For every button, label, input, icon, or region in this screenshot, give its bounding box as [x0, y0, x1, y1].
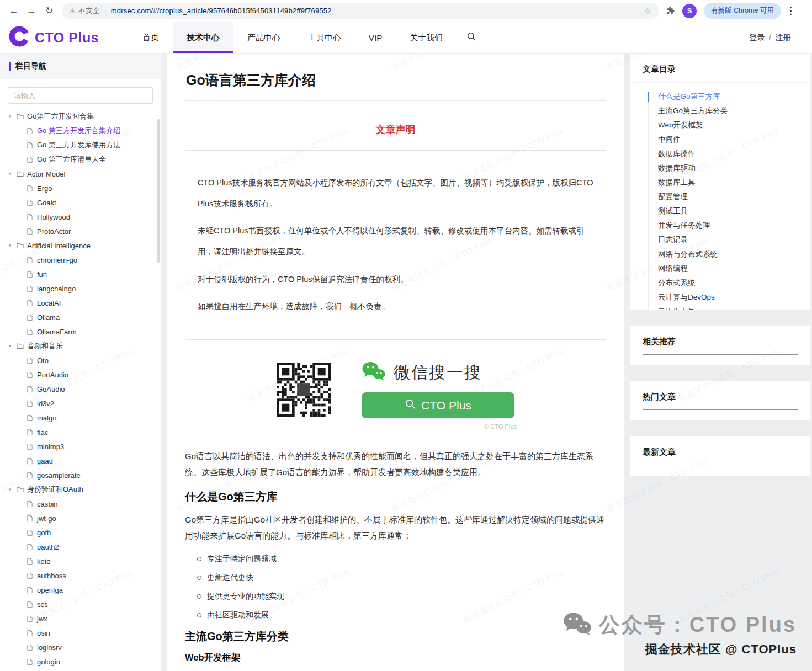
tree-item[interactable]: goth — [0, 525, 161, 540]
tree-item[interactable]: PortAudio — [0, 368, 161, 382]
tree-group-label: 音频和音乐 — [27, 341, 63, 351]
extensions-icon[interactable] — [666, 6, 675, 15]
tree-group-2[interactable]: ▾Artificial Intelligence — [0, 238, 161, 253]
nav-item-2[interactable]: 产品中心 — [233, 22, 294, 53]
header-search-button[interactable] — [457, 22, 486, 53]
tree-item[interactable]: chromem-go — [0, 253, 161, 267]
tree-item-label: authboss — [37, 572, 66, 580]
toc-item[interactable]: 数据库工具 — [630, 175, 810, 190]
nav-item-3[interactable]: 工具中心 — [294, 22, 355, 53]
security-label: 不安全 — [78, 6, 100, 16]
tree-item-label: PortAudio — [37, 371, 68, 379]
tree-item[interactable]: oauth2 — [0, 540, 161, 554]
tree-item[interactable]: minimp3 — [0, 439, 161, 454]
tree-item[interactable]: gosamplerate — [0, 468, 161, 482]
tree-item-label: Go 第三方开发库合集介绍 — [37, 126, 120, 136]
toc-item[interactable]: 分布式系统 — [630, 276, 810, 290]
nav-item-4[interactable]: VIP — [355, 22, 396, 53]
register-link[interactable]: 注册 — [775, 33, 791, 43]
search-icon — [405, 398, 416, 412]
back-button[interactable]: ← — [6, 3, 22, 19]
refresh-button[interactable]: ↻ — [41, 3, 57, 19]
tree-item[interactable]: loginsrv — [0, 640, 161, 654]
toc-item[interactable]: 配置管理 — [630, 190, 810, 204]
file-icon — [26, 587, 37, 594]
sidebar-search-input[interactable] — [8, 87, 153, 104]
file-icon — [26, 630, 37, 637]
tree-item[interactable]: langchaingo — [0, 281, 161, 296]
forward-button[interactable]: → — [23, 3, 40, 19]
tree-item[interactable]: Go 第三方库清单大全 — [0, 152, 161, 167]
toc-item[interactable]: 数据库驱动 — [630, 161, 810, 175]
toc-item[interactable]: 中间件 — [630, 132, 810, 147]
toc-item[interactable]: 云原生工具 — [630, 305, 810, 310]
toc-item[interactable]: 日志记录 — [630, 233, 810, 247]
related-title: 相关推荐 — [643, 337, 798, 355]
tree-item[interactable]: Ollama — [0, 310, 161, 324]
tree-item[interactable]: authboss — [0, 568, 161, 583]
toc-card: 文章目录 什么是Go第三方库主流Go第三方库分类Web开发框架中间件数据库操作数… — [630, 53, 810, 310]
tree-item-label: oauth2 — [37, 543, 59, 551]
tree-group-1[interactable]: ▾Actor Model — [0, 167, 161, 181]
tree-item[interactable]: gologin — [0, 654, 161, 669]
tree-group-4[interactable]: ▾身份验证和OAuth — [0, 482, 161, 497]
toc-item[interactable]: 测试工具 — [630, 204, 810, 219]
browser-menu-icon[interactable]: ⋮ — [786, 5, 795, 17]
toc-item[interactable]: Web开发框架 — [630, 118, 810, 132]
profile-avatar[interactable]: S — [682, 4, 697, 18]
toc-item[interactable]: 数据库操作 — [630, 147, 810, 161]
tree-item[interactable]: Goakt — [0, 195, 161, 210]
bookmark-star-icon[interactable]: ☆ — [644, 6, 651, 16]
nav-item-1[interactable]: 技术中心 — [173, 22, 233, 53]
toc-item[interactable]: 网络与分布式系统 — [630, 247, 810, 262]
address-bar[interactable]: ⚠ 不安全 mdrsec.com/#/ctoplus_article/95764… — [62, 3, 659, 19]
tree-item[interactable]: openfga — [0, 583, 161, 597]
tree-group-0[interactable]: ▾Go第三方开发包合集 — [0, 109, 161, 124]
login-link[interactable]: 登录 — [749, 33, 765, 43]
tree-item[interactable]: GoAudio — [0, 382, 161, 396]
tree-item[interactable]: osin — [0, 626, 161, 640]
tree-item[interactable]: gaad — [0, 454, 161, 468]
tree-item-label: gosamplerate — [37, 471, 81, 480]
qr-watermark: © CTO Plus — [484, 423, 517, 430]
tree-item[interactable]: ProtoActor — [0, 224, 161, 238]
tree-item[interactable]: Ergo — [0, 181, 161, 195]
tree-item[interactable]: Hollywood — [0, 210, 161, 224]
toc-item[interactable]: 网络编程 — [630, 262, 810, 276]
tree-item[interactable]: id3v2 — [0, 396, 161, 411]
tree-item[interactable]: jwt-go — [0, 511, 161, 525]
site-logo[interactable]: CTO Plus — [0, 22, 111, 53]
title-accent-bar — [9, 62, 11, 71]
tree-item[interactable]: Go 第三方开发库使用方法 — [0, 138, 161, 152]
chrome-update-button[interactable]: 有新版 Chrome 可用 — [704, 3, 781, 19]
logo-c-icon — [9, 26, 30, 49]
tree-item-label: Hollywood — [37, 213, 70, 221]
tree-item[interactable]: fun — [0, 267, 161, 281]
toc-item[interactable]: 主流Go第三方库分类 — [630, 104, 810, 118]
wechat-button-label: CTO Plus — [421, 399, 471, 412]
toc-item[interactable]: 云计算与DevOps — [630, 290, 810, 305]
tree-item[interactable]: casbin — [0, 497, 161, 511]
tree-item[interactable]: Oto — [0, 353, 161, 368]
tree-item[interactable]: gorbac — [0, 669, 161, 671]
nav-item-0[interactable]: 首页 — [129, 22, 173, 53]
toc-item[interactable]: 什么是Go第三方库 — [630, 89, 810, 104]
tree-item-label: langchaingo — [37, 285, 76, 293]
file-icon — [26, 572, 37, 579]
tree-item[interactable]: keto — [0, 554, 161, 568]
tree-group-3[interactable]: ▾音频和音乐 — [0, 339, 161, 353]
tree-item[interactable]: LocalAI — [0, 296, 161, 310]
tree-item-label: minimp3 — [37, 443, 64, 451]
tree-item[interactable]: Go 第三方开发库合集介绍 — [0, 124, 161, 138]
file-icon — [26, 285, 37, 292]
sidebar-scrollbar[interactable] — [157, 119, 160, 263]
file-icon — [26, 127, 37, 135]
tree-item[interactable]: OllamaFarm — [0, 324, 161, 339]
tree-item[interactable]: malgo — [0, 411, 161, 425]
tree-item[interactable]: flac — [0, 425, 161, 439]
wechat-search-button[interactable]: CTO Plus — [362, 392, 514, 418]
nav-item-5[interactable]: 关于我们 — [396, 22, 457, 53]
toc-item[interactable]: 并发与任务处理 — [630, 219, 810, 233]
tree-item[interactable]: jwx — [0, 611, 161, 626]
tree-item[interactable]: scs — [0, 597, 161, 611]
